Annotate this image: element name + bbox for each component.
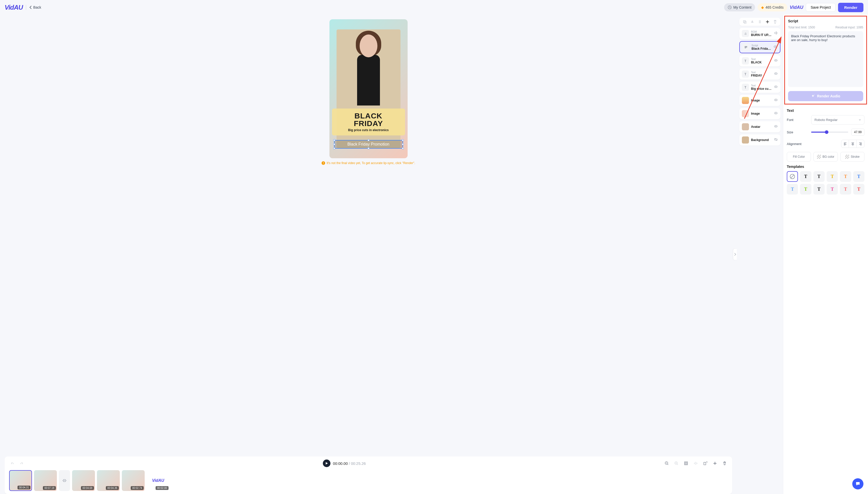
speaker-icon[interactable]: [774, 31, 778, 36]
stroke-color-button[interactable]: Stroke: [841, 152, 865, 162]
clip-2[interactable]: 00:07.18: [34, 470, 57, 491]
music-icon: ♫: [742, 30, 749, 37]
resize-handle[interactable]: [333, 143, 335, 145]
overlay-text-friday: FRIDAY: [334, 120, 403, 127]
resize-handle[interactable]: [402, 147, 404, 149]
eye-icon[interactable]: [774, 72, 778, 77]
font-select[interactable]: Roboto Regular: [811, 115, 865, 125]
resize-handle[interactable]: [333, 139, 335, 141]
add-clip-button[interactable]: [712, 460, 718, 467]
avatar-thumb-icon: [742, 123, 749, 130]
zoom-in-button[interactable]: [673, 460, 679, 467]
overlay-subtitle: Big price cuts in electronics: [334, 128, 403, 132]
redo-button[interactable]: [19, 460, 25, 467]
clip-6[interactable]: VidAU00:02.00: [147, 470, 169, 491]
ratio-button[interactable]: [702, 460, 708, 467]
header-left: VidAU Back: [4, 3, 41, 12]
transition-button[interactable]: [59, 470, 70, 491]
delete-clip-button[interactable]: [722, 460, 728, 467]
align-right-button[interactable]: [856, 140, 864, 148]
layer-text-friday[interactable]: T TextFRIDAY: [739, 69, 780, 80]
template-5[interactable]: T: [840, 171, 851, 182]
template-10[interactable]: T: [827, 184, 838, 194]
eye-icon[interactable]: [774, 58, 778, 63]
template-7[interactable]: T: [787, 184, 798, 194]
zoom-out-button[interactable]: [664, 460, 670, 467]
undo-button[interactable]: [9, 460, 15, 467]
video-preview[interactable]: BLACK FRIDAY Big price cuts in electroni…: [329, 19, 408, 158]
resize-handle[interactable]: [402, 143, 404, 145]
template-6[interactable]: T: [853, 171, 865, 182]
panel-collapse-handle[interactable]: [733, 249, 737, 260]
size-value[interactable]: 47.99: [851, 129, 865, 136]
clip-1[interactable]: 00:04.31: [9, 470, 32, 491]
alignment-label: Alignment: [787, 142, 801, 146]
bring-forward-button[interactable]: [749, 19, 755, 25]
layers-toolbar: [739, 18, 780, 26]
copy-layer-button[interactable]: [742, 19, 748, 25]
back-button[interactable]: Back: [29, 5, 41, 10]
render-audio-button[interactable]: Render Audio: [788, 91, 863, 101]
logo[interactable]: VidAU: [4, 3, 23, 12]
eye-icon[interactable]: [774, 111, 778, 116]
eye-off-icon[interactable]: [774, 137, 778, 142]
align-center-button[interactable]: [849, 140, 856, 148]
text-icon: T: [742, 71, 749, 78]
template-2[interactable]: T: [800, 171, 811, 182]
layer-avatar[interactable]: Avatar: [739, 121, 780, 132]
eye-icon[interactable]: [773, 45, 777, 50]
text-title: Text: [787, 109, 865, 113]
clip-3[interactable]: 00:04.68: [72, 470, 95, 491]
layer-script[interactable]: ScriptBlack Friday …: [739, 41, 780, 53]
clip-5[interactable]: 00:02.74: [122, 470, 145, 491]
my-content-button[interactable]: My Content: [724, 3, 755, 12]
template-11[interactable]: T: [840, 184, 851, 194]
eye-icon[interactable]: [774, 124, 778, 129]
eye-icon[interactable]: [774, 98, 778, 103]
template-12[interactable]: T: [853, 184, 865, 194]
layer-text-tagline[interactable]: T TextBig price cuts…: [739, 82, 780, 93]
svg-point-12: [776, 100, 776, 100]
template-8[interactable]: T: [800, 184, 811, 194]
resize-handle[interactable]: [402, 139, 404, 141]
selected-text-element[interactable]: Black Friday Promotion: [334, 140, 403, 149]
vidau-badge[interactable]: VidAU: [790, 5, 803, 10]
template-3[interactable]: T: [813, 171, 825, 182]
layer-bgm[interactable]: ♫ BGMBURN IT UP....: [739, 28, 780, 39]
save-project-button[interactable]: Save Project: [806, 3, 835, 12]
layer-text-black[interactable]: T TextBLACK: [739, 55, 780, 66]
layer-image-2[interactable]: Image: [739, 108, 780, 119]
resize-handle[interactable]: [333, 147, 335, 149]
slider-thumb[interactable]: [825, 130, 828, 134]
layer-background[interactable]: Background: [739, 134, 780, 146]
credits-button[interactable]: ◆ 465 Credits: [758, 3, 787, 12]
svg-rect-5: [704, 462, 706, 465]
resize-handle[interactable]: [368, 147, 370, 149]
script-title: Script: [788, 19, 863, 23]
intercom-button[interactable]: [852, 478, 864, 490]
size-label: Size: [787, 130, 793, 134]
fill-color-button[interactable]: Fill Color: [787, 152, 811, 162]
header-right: My Content ◆ 465 Credits VidAU Save Proj…: [724, 3, 864, 12]
background-thumb-icon: [742, 136, 749, 144]
crop-button[interactable]: [683, 460, 689, 467]
text-icon: T: [742, 57, 749, 64]
bg-color-button[interactable]: BG color: [813, 152, 837, 162]
align-left-button[interactable]: [841, 140, 849, 148]
template-4[interactable]: T: [827, 171, 838, 182]
script-textarea[interactable]: [788, 31, 863, 87]
layer-image-1[interactable]: Image: [739, 95, 780, 106]
play-button[interactable]: [323, 459, 330, 467]
template-none[interactable]: [787, 171, 798, 182]
eye-icon[interactable]: [774, 85, 778, 90]
template-9[interactable]: T: [813, 184, 825, 194]
resize-handle[interactable]: [368, 139, 370, 141]
clock-icon: [728, 5, 732, 10]
size-slider[interactable]: [811, 132, 848, 133]
delete-layer-button[interactable]: [772, 19, 778, 25]
clip-4[interactable]: 00:04.36: [97, 470, 120, 491]
split-button[interactable]: [692, 460, 699, 467]
send-backward-button[interactable]: [757, 19, 763, 25]
render-button[interactable]: Render: [838, 3, 864, 12]
add-layer-button[interactable]: [764, 19, 771, 25]
